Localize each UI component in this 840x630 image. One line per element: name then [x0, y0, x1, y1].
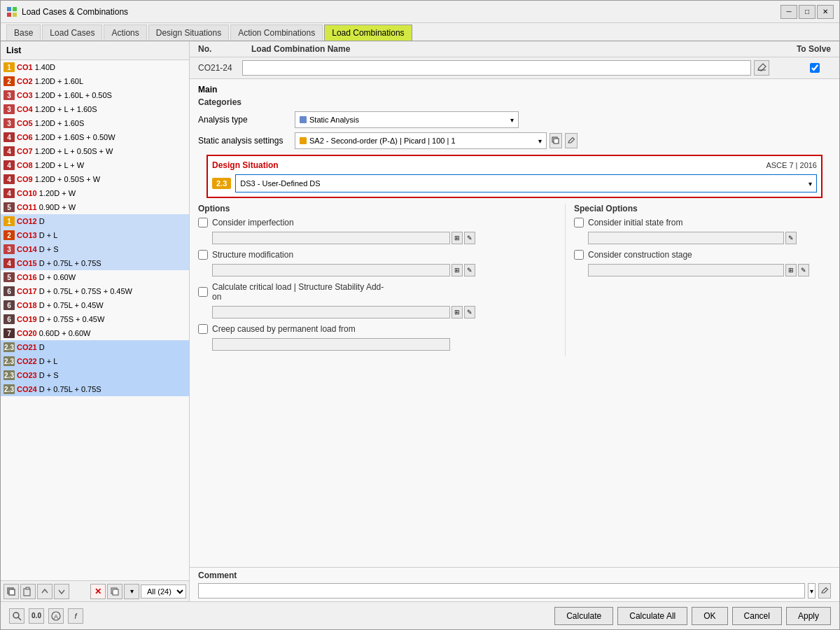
filter-select[interactable]: All (24) — [141, 584, 186, 598]
ds-dropdown[interactable]: DS3 - User-Defined DS ▾ — [235, 174, 817, 192]
delete-button[interactable]: ✕ — [90, 584, 106, 599]
list-item[interactable]: 3CO14D + S — [1, 242, 189, 256]
list-item[interactable]: 2.3CO22D + L — [1, 354, 189, 368]
tab-load-cases[interactable]: Load Cases — [42, 24, 102, 41]
comment-input[interactable] — [198, 583, 805, 598]
list-item[interactable]: 3CO31.20D + 1.60L + 0.50S — [1, 88, 189, 102]
tab-action-combinations[interactable]: Action Combinations — [230, 24, 323, 41]
imperfection-edit[interactable]: ✎ — [464, 232, 475, 244]
list-item[interactable]: 5CO16D + 0.60W — [1, 270, 189, 284]
imperfection-checkbox[interactable] — [198, 218, 208, 227]
construction-stage-copy1[interactable]: ⊞ — [785, 264, 797, 276]
up-button[interactable] — [37, 584, 52, 599]
settings-copy-btn[interactable] — [550, 133, 562, 148]
structure-mod-checkbox[interactable] — [198, 250, 208, 260]
svg-rect-2 — [7, 13, 11, 17]
bottom-toolbar: 0.0 A f Calculate Calculate All OK Cance… — [1, 601, 839, 629]
construction-stage-input — [588, 264, 784, 276]
list-item[interactable]: 4CO71.20D + L + 0.50S + W — [1, 144, 189, 158]
initial-state-edit[interactable]: ✎ — [785, 232, 797, 244]
critical-load-input — [212, 306, 450, 318]
apply-button[interactable]: Apply — [786, 607, 831, 625]
list-item[interactable]: 5CO110.90D + W — [1, 200, 189, 214]
list-item[interactable]: 7CO200.60D + 0.60W — [1, 326, 189, 340]
main-label: Main — [198, 85, 217, 94]
copy2-button[interactable] — [107, 584, 122, 599]
search-icon[interactable] — [9, 608, 24, 624]
structure-mod-label: Structure modification — [212, 250, 387, 260]
initial-state-label: Consider initial state from — [588, 218, 763, 227]
content-area: List 1CO11.40D2CO21.20D + 1.60L3CO31.20D… — [1, 41, 839, 601]
creep-row: Creep caused by permanent load from — [198, 324, 559, 334]
list-item[interactable]: 4CO101.20D + W — [1, 186, 189, 200]
critical-load-edit[interactable]: ✎ — [464, 306, 475, 318]
comment-dropdown[interactable]: ▾ — [808, 583, 816, 598]
comment-edit[interactable] — [818, 583, 831, 598]
tab-base[interactable]: Base — [6, 24, 41, 41]
imperfection-copy[interactable]: ⊞ — [451, 232, 463, 244]
creep-checkbox[interactable] — [198, 324, 208, 334]
restore-button[interactable]: □ — [799, 5, 816, 19]
to-solve-checkbox[interactable] — [810, 63, 820, 73]
calculate-button[interactable]: Calculate — [554, 607, 613, 625]
window-icon — [6, 6, 18, 18]
list-item[interactable]: 1CO11.40D — [1, 60, 189, 74]
dropdown-arrow[interactable]: ▾ — [124, 584, 139, 599]
down-button[interactable] — [54, 584, 69, 599]
list-item[interactable]: 6CO19D + 0.75S + 0.45W — [1, 312, 189, 326]
list-item[interactable]: 2.3CO24D + 0.75L + 0.75S — [1, 382, 189, 396]
list-item[interactable]: 2.3CO23D + S — [1, 368, 189, 382]
formula-icon[interactable]: f — [68, 608, 83, 624]
tab-actions[interactable]: Actions — [104, 24, 146, 41]
initial-state-input — [588, 232, 784, 244]
copy-button[interactable] — [4, 584, 19, 599]
list-item[interactable]: 2CO21.20D + 1.60L — [1, 74, 189, 88]
number-icon[interactable]: 0.0 — [29, 608, 44, 624]
static-settings-dropdown[interactable]: SA2 - Second-order (P-Δ) | Picard | 100 … — [295, 132, 547, 149]
list-item[interactable]: 4CO91.20D + 0.50S + W — [1, 172, 189, 186]
two-col-options: Options Consider imperfection ⊞ ✎ — [198, 204, 831, 356]
list-item[interactable]: 6CO18D + 0.75L + 0.45W — [1, 298, 189, 312]
tab-load-combinations[interactable]: Load Combinations — [324, 24, 412, 41]
list-area[interactable]: 1CO11.40D2CO21.20D + 1.60L3CO31.20D + 1.… — [1, 60, 189, 580]
left-panel: List 1CO11.40D2CO21.20D + 1.60L3CO31.20D… — [1, 41, 190, 601]
minimize-button[interactable]: ─ — [780, 5, 797, 19]
info-icon[interactable]: A — [48, 608, 64, 624]
critical-load-copy[interactable]: ⊞ — [451, 306, 463, 318]
construction-stage-checkbox[interactable] — [574, 250, 584, 260]
analysis-type-dropdown[interactable]: Static Analysis ▾ — [295, 111, 519, 128]
initial-state-row: Consider initial state from — [574, 218, 831, 227]
input-row: CO21-24 — [190, 57, 839, 79]
edit-name-button[interactable] — [754, 60, 769, 76]
cancel-button[interactable]: Cancel — [732, 607, 782, 625]
structure-mod-copy[interactable]: ⊞ — [451, 264, 463, 276]
list-item[interactable]: 4CO81.20D + L + W — [1, 158, 189, 172]
construction-stage-edit[interactable]: ✎ — [798, 264, 809, 276]
list-item[interactable]: 1CO12D — [1, 214, 189, 228]
right-content: Main Categories Analysis type Static Ana… — [190, 79, 839, 567]
tab-design-situations[interactable]: Design Situations — [148, 24, 229, 41]
critical-load-checkbox[interactable] — [198, 287, 208, 297]
no-label: No. — [198, 44, 240, 54]
combination-name-input[interactable] — [242, 60, 751, 76]
settings-edit-btn[interactable] — [565, 133, 578, 148]
ds-row: 2.3 DS3 - User-Defined DS ▾ — [212, 174, 817, 192]
close-button[interactable]: ✕ — [817, 5, 834, 19]
calculate-all-button[interactable]: Calculate All — [617, 607, 687, 625]
analysis-type-row: Analysis type Static Analysis ▾ — [198, 111, 831, 128]
main-window: Load Cases & Combinations ─ □ ✕ Base Loa… — [0, 0, 840, 630]
list-item[interactable]: 3CO41.20D + L + 1.60S — [1, 102, 189, 116]
list-item[interactable]: 4CO61.20D + 1.60S + 0.50W — [1, 130, 189, 144]
title-bar: Load Cases & Combinations ─ □ ✕ — [1, 1, 839, 23]
ok-button[interactable]: OK — [692, 607, 727, 625]
list-item[interactable]: 3CO51.20D + 1.60S — [1, 116, 189, 130]
form-header: No. Load Combination Name To Solve — [190, 41, 839, 57]
list-item[interactable]: 2CO13D + L — [1, 228, 189, 242]
structure-mod-edit[interactable]: ✎ — [464, 264, 475, 276]
list-item[interactable]: 6CO17D + 0.75L + 0.75S + 0.45W — [1, 284, 189, 298]
list-item[interactable]: 2.3CO21D — [1, 340, 189, 354]
list-item[interactable]: 4CO15D + 0.75L + 0.75S — [1, 256, 189, 270]
initial-state-checkbox[interactable] — [574, 218, 584, 227]
paste-button[interactable] — [20, 584, 36, 599]
svg-rect-7 — [26, 587, 29, 589]
